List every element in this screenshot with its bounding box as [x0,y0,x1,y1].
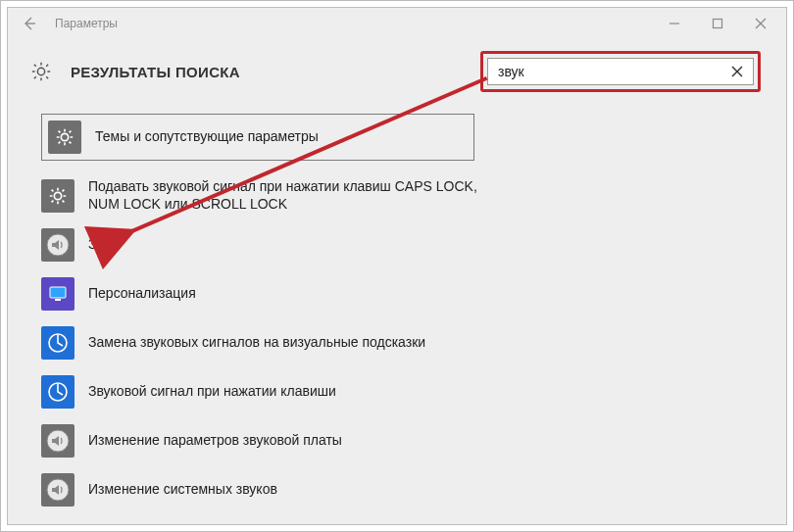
svg-point-7 [61,133,68,140]
svg-rect-2 [714,20,722,28]
page-title: РЕЗУЛЬТАТЫ ПОИСКА [71,64,240,80]
result-visual-cues[interactable]: Замена звуковых сигналов на визуальные п… [41,326,492,360]
result-soundcard-params[interactable]: Изменение параметров звуковой платы [41,424,492,458]
search-highlight [480,51,761,92]
svg-point-8 [54,192,61,199]
titlebar: Параметры [8,8,786,39]
search-box[interactable] [487,58,754,85]
close-button[interactable] [739,10,782,37]
search-input[interactable] [496,63,727,80]
result-label: Подавать звуковой сигнал при нажатии кла… [88,178,492,213]
result-sound[interactable]: Звук [41,228,492,262]
monitor-icon [41,277,74,311]
results-list: Темы и сопутствующие параметры Подавать … [8,98,786,525]
access-icon [41,375,74,409]
back-button[interactable] [16,10,43,37]
window-title: Параметры [55,17,118,30]
maximize-button[interactable] [696,10,739,37]
result-label: Персонализация [88,285,196,303]
result-label: Замена звуковых сигналов на визуальные п… [88,334,425,352]
gear-icon [48,121,81,154]
result-label: Изменение параметров звуковой платы [88,432,342,450]
access-icon [41,326,74,360]
outer-frame: Параметры РЕЗУЛЬТ [0,0,794,532]
result-personalization[interactable]: Персонализация [41,277,492,311]
minimize-button[interactable] [653,10,696,37]
result-caps-lock-beep[interactable]: Подавать звуковой сигнал при нажатии кла… [41,178,492,213]
speaker-icon [41,473,74,507]
speaker-icon [41,228,74,262]
speaker-icon [41,424,74,458]
clear-search-button[interactable] [727,62,747,81]
svg-rect-11 [50,287,66,298]
svg-rect-13 [55,299,61,301]
result-key-sound[interactable]: Звуковой сигнал при нажатии клавиши [41,375,492,409]
result-themes[interactable]: Темы и сопутствующие параметры [41,114,474,161]
result-label: Звуковой сигнал при нажатии клавиши [88,383,336,401]
page-header: РЕЗУЛЬТАТЫ ПОИСКА [8,39,786,98]
result-label: Изменение системных звуков [88,481,277,499]
gear-icon [29,60,53,83]
gear-icon [41,179,74,213]
result-system-sounds[interactable]: Изменение системных звуков [41,473,492,507]
result-label: Звук [88,236,117,254]
result-label: Темы и сопутствующие параметры [95,128,319,146]
settings-window: Параметры РЕЗУЛЬТ [7,7,787,525]
